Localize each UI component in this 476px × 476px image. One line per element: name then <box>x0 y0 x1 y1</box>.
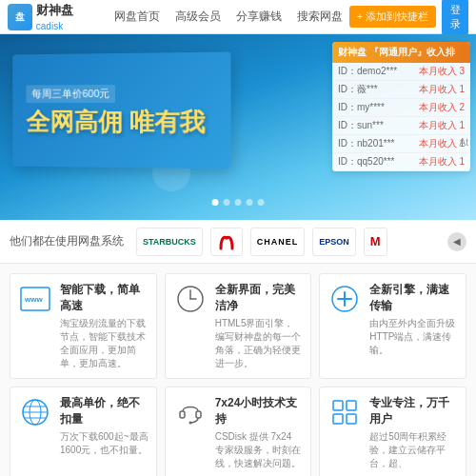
mcdonalds-logo-icon <box>217 233 236 250</box>
banner-card-header: 财神盘 『网通用户』收入排 <box>332 42 470 63</box>
banner-dot-5[interactable] <box>258 199 265 206</box>
partner-m: M <box>364 228 387 256</box>
logo-text: 财神盘 cadisk <box>36 2 98 32</box>
banner-dot-1[interactable] <box>212 199 219 206</box>
header-right: + 添加到快捷栏 登录 <box>349 0 468 35</box>
feature-icon-4 <box>18 395 52 429</box>
banner-dot-4[interactable] <box>247 199 253 206</box>
card-row-3: ID：my**** 本月收入 2 <box>332 99 470 117</box>
banner-fold: 每周三单价600元 全网高佣 唯有我 <box>12 51 230 169</box>
feature-card-1: www 智能下载，简单高速 淘宝级别流量的下载节点，智能下载技术全面应用，更加简… <box>10 273 157 379</box>
feature-desc-1: 淘宝级别流量的下载节点，智能下载技术全面应用，更加简单，更加高速。 <box>60 317 149 370</box>
feature-desc-4: 万次下载600起~最高1600元，也不扣量。 <box>60 430 149 457</box>
nav-home[interactable]: 网盘首页 <box>108 5 167 29</box>
nav-vip[interactable]: 高级会员 <box>169 5 228 29</box>
card-row-2: ID：薇*** 本月收入 1 <box>332 81 470 99</box>
partner-epson: EPSON <box>312 228 356 256</box>
feature-desc-2: HTML5界面引擎，编写财神盘的每一个角落，正确为轻便更进一步。 <box>215 317 304 370</box>
feature-icon-6 <box>327 395 362 429</box>
feature-title-2: 全新界面，完美洁净 <box>215 282 304 314</box>
at-label: At <box>460 137 468 148</box>
svg-rect-13 <box>180 411 185 418</box>
feature-icon-3 <box>327 282 362 316</box>
globe-icon <box>21 398 50 426</box>
banner-main-text: 全网高佣 唯有我 <box>27 109 206 136</box>
feature-card-5: 7x24小时技术支持 CSDisk 提供 7x24 专家级服务，时刻在线，快速解… <box>165 387 312 476</box>
header: 盘 财神盘 cadisk 网盘首页 高级会员 分享赚钱 搜索网盘 + 添加到快捷… <box>0 0 476 34</box>
svg-text:www: www <box>24 295 43 304</box>
svg-rect-19 <box>347 414 356 424</box>
add-quickbar-button[interactable]: + 添加到快捷栏 <box>349 6 436 28</box>
feature-title-4: 最高单价，绝不扣量 <box>60 395 149 427</box>
card-row-5: ID：nb201*** 本月收入 1 <box>332 135 470 153</box>
feature-icon-1: www <box>18 282 52 316</box>
feature-icon-2 <box>173 282 208 316</box>
banner-dot-3[interactable] <box>235 199 242 206</box>
feature-content-1: 智能下载，简单高速 淘宝级别流量的下载节点，智能下载技术全面应用，更加简单，更加… <box>60 282 149 370</box>
svg-rect-18 <box>333 414 343 424</box>
feature-icon-5 <box>173 395 208 429</box>
feature-title-1: 智能下载，简单高速 <box>60 282 149 314</box>
logo-icon: 盘 <box>8 4 32 30</box>
feature-card-2: 全新界面，完美洁净 HTML5界面引擎，编写财神盘的每一个角落，正确为轻便更进一… <box>165 273 312 379</box>
svg-rect-16 <box>333 401 343 410</box>
feature-card-3: 全新引擎，满速传输 由内至外内全面升级HTTP端点，满速传输。 <box>319 273 466 379</box>
feature-content-5: 7x24小时技术支持 CSDisk 提供 7x24 专家级服务，时刻在线，快速解… <box>215 395 304 470</box>
banner-dots <box>212 199 265 206</box>
features-grid: www 智能下载，简单高速 淘宝级别流量的下载节点，智能下载技术全面应用，更加简… <box>0 264 476 476</box>
feature-title-5: 7x24小时技术支持 <box>215 395 304 427</box>
feature-content-6: 专业专注，万千用户 超过50周年积累经验，建立云储存平台，超、 <box>369 395 458 470</box>
login-button[interactable]: 登录 <box>442 0 468 35</box>
www-icon: www <box>20 287 50 311</box>
logo: 盘 财神盘 cadisk <box>8 2 98 32</box>
feature-card-6: 专业专注，万千用户 超过50周年积累经验，建立云储存平台，超、 <box>319 387 466 476</box>
feature-content-2: 全新界面，完美洁净 HTML5界面引擎，编写财神盘的每一个角落，正确为轻便更进一… <box>215 282 304 370</box>
card-row-6: ID：qq520*** 本月收入 1 <box>332 153 470 171</box>
partners-strip: 他们都在使用网盘系统 STARBUCKS CHANEL EPSON M ◀ <box>0 220 476 264</box>
partner-chanel: CHANEL <box>250 228 306 256</box>
clock-icon <box>176 285 205 313</box>
grid-icon <box>330 398 359 426</box>
feature-desc-3: 由内至外内全面升级HTTP端点，满速传输。 <box>369 317 458 357</box>
feature-title-6: 专业专注，万千用户 <box>369 395 458 427</box>
feature-desc-6: 超过50周年积累经验，建立云储存平台，超、 <box>369 430 458 470</box>
card-row-1: ID：demo2*** 本月收入 3 <box>332 63 470 81</box>
nav-search[interactable]: 搜索网盘 <box>290 5 349 29</box>
feature-desc-5: CSDisk 提供 7x24 专家级服务，时刻在线，快速解决问题。 <box>215 430 304 470</box>
card-row-4: ID：sun*** 本月收入 1 <box>332 117 470 135</box>
partner-mcdonalds <box>210 228 243 256</box>
svg-rect-14 <box>196 411 201 418</box>
feature-content-4: 最高单价，绝不扣量 万次下载600起~最高1600元，也不扣量。 <box>60 395 149 470</box>
banner-dot-2[interactable] <box>224 199 230 206</box>
svg-point-15 <box>188 422 191 425</box>
svg-rect-17 <box>347 401 356 410</box>
main-nav: 网盘首页 高级会员 分享赚钱 搜索网盘 <box>108 5 349 29</box>
partners-label: 他们都在使用网盘系统 <box>10 233 124 249</box>
partners-arrow[interactable]: ◀ <box>447 232 466 251</box>
banner-subtitle: 每周三单价600元 <box>27 85 116 103</box>
plus-icon <box>330 285 359 313</box>
nav-share[interactable]: 分享赚钱 <box>229 5 288 29</box>
feature-title-3: 全新引擎，满速传输 <box>369 282 458 314</box>
feature-content-3: 全新引擎，满速传输 由内至外内全面升级HTTP端点，满速传输。 <box>369 282 458 370</box>
banner: 每周三单价600元 全网高佣 唯有我 财神盘 『网通用户』收入排 ID：demo… <box>0 34 476 220</box>
partner-starbucks: STARBUCKS <box>136 228 203 256</box>
banner-ranking-card: 财神盘 『网通用户』收入排 ID：demo2*** 本月收入 3 ID：薇***… <box>332 42 470 171</box>
headset-icon <box>176 398 205 426</box>
feature-card-4: 最高单价，绝不扣量 万次下载600起~最高1600元，也不扣量。 <box>10 387 157 476</box>
